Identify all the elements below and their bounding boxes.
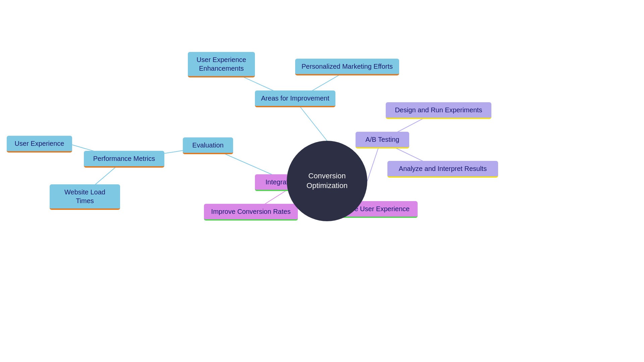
node-user-experience-enhancements[interactable]: User ExperienceEnhancements	[188, 52, 255, 77]
node-performance-metrics[interactable]: Performance Metrics	[84, 151, 164, 168]
node-improve-conversion-rates[interactable]: Improve Conversion Rates	[204, 204, 298, 221]
node-website-load-times[interactable]: Website Load Times	[50, 184, 120, 210]
node-areas-for-improvement[interactable]: Areas for Improvement	[255, 90, 335, 107]
node-evaluation[interactable]: Evaluation	[183, 137, 233, 154]
node-design-run-experiments[interactable]: Design and Run Experiments	[386, 102, 491, 119]
node-ab-testing[interactable]: A/B Testing	[356, 132, 409, 148]
node-personalized-marketing[interactable]: Personalized Marketing Efforts	[295, 59, 399, 75]
node-analyze-interpret[interactable]: Analyze and Interpret Results	[387, 161, 498, 178]
node-user-experience[interactable]: User Experience	[7, 136, 72, 153]
center-node[interactable]: Conversion Optimization	[287, 141, 367, 221]
